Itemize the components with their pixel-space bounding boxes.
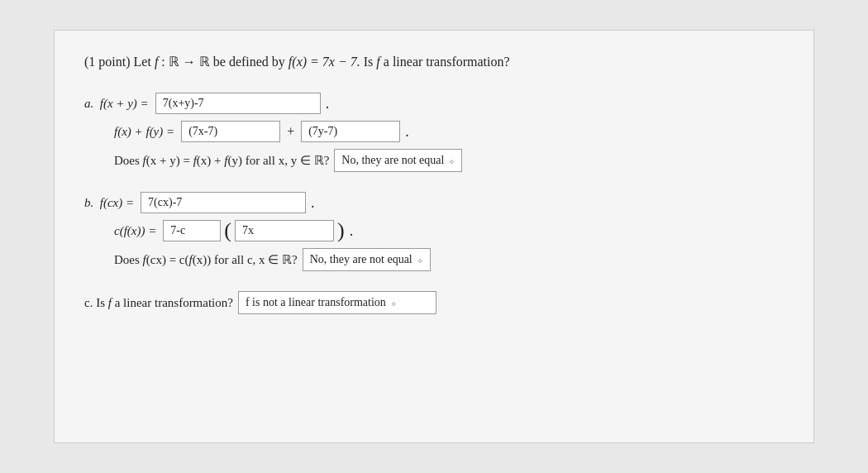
header-linear: a linear transformation? — [380, 55, 510, 69]
section-a-does-text: Does f(x + y) = f(x) + f(y) for all x, y… — [114, 153, 329, 168]
section-c-linear-select[interactable]: f is not a linear transformation ⬦ — [238, 291, 436, 314]
section-b-row3: Does f(cx) = c(f(x)) for all c, x ∈ ℝ? N… — [84, 248, 784, 271]
section-b-fcx-input[interactable]: 7(cx)-7 — [141, 192, 306, 213]
header-question: Is — [360, 55, 377, 69]
header-colon: : — [158, 55, 168, 69]
section-a-row2-label: f(x) + f(y) = — [114, 125, 174, 139]
section-a-equal-select-value: No, they are not equal — [341, 154, 444, 167]
section-a-row2: f(x) + f(y) = (7x-7) + (7y-7) . — [84, 121, 784, 142]
section-c: c. Is f a linear transformation? f is no… — [84, 291, 784, 314]
section-a-equal-select[interactable]: No, they are not equal ⬦ — [334, 149, 462, 172]
section-b-row2-label: c(f(x)) = — [114, 224, 156, 238]
header-formula: f(x) = 7x − 7. — [289, 55, 360, 69]
section-a-row3: Does f(x + y) = f(x) + f(y) for all x, y… — [84, 149, 784, 172]
section-a-label: a. f(x + y) = — [84, 97, 149, 111]
section-a-fx-plus-y-input[interactable]: 7(x+y)-7 — [155, 93, 321, 114]
section-b-row1: b. f(cx) = 7(cx)-7 . — [84, 192, 784, 213]
header-text-1: (1 point) Let — [84, 55, 155, 69]
section-b-equal-select-value: No, they are not equal — [310, 253, 413, 266]
section-a-row1: a. f(x + y) = 7(x+y)-7 . — [84, 93, 784, 114]
section-a-fy-input[interactable]: (7y-7) — [301, 121, 400, 142]
section-c-question-text: c. Is f a linear transformation? — [84, 296, 233, 310]
section-b: b. f(cx) = 7(cx)-7 . c(f(x)) = 7-c ( 7x … — [84, 192, 784, 271]
header-domain: ℝ → ℝ — [169, 55, 210, 69]
section-a-row2-dot: . — [405, 123, 409, 141]
section-a-row1-dot: . — [326, 95, 330, 112]
section-c-linear-select-value: f is not a linear transformation — [246, 296, 386, 309]
section-b-row2-dot: . — [350, 222, 354, 240]
section-a-plus: + — [287, 124, 294, 139]
section-a-chevron-icon: ⬦ — [449, 155, 455, 165]
section-a: a. f(x + y) = 7(x+y)-7 . f(x) + f(y) = (… — [84, 93, 784, 172]
main-card: (1 point) Let f : ℝ → ℝ be defined by f(… — [54, 30, 814, 443]
section-c-chevron-icon: ⬦ — [391, 298, 397, 308]
section-b-chevron-icon: ⬦ — [417, 255, 423, 265]
section-b-open-paren: ( — [224, 220, 231, 241]
header-defined: be defined by — [210, 55, 289, 69]
section-b-label: b. f(cx) = — [84, 196, 134, 210]
section-b-equal-select[interactable]: No, they are not equal ⬦ — [303, 248, 431, 271]
question-header: (1 point) Let f : ℝ → ℝ be defined by f(… — [84, 54, 784, 69]
section-b-close-paren: ) — [337, 220, 345, 241]
section-b-c-input[interactable]: 7-c — [163, 220, 221, 241]
section-b-7x-input[interactable]: 7x — [235, 220, 334, 241]
section-b-row2: c(f(x)) = 7-c ( 7x ) . — [84, 220, 784, 241]
section-c-row: c. Is f a linear transformation? f is no… — [84, 291, 784, 314]
section-b-row1-dot: . — [311, 194, 315, 212]
section-b-does-text: Does f(cx) = c(f(x)) for all c, x ∈ ℝ? — [114, 252, 298, 267]
section-a-fx-input[interactable]: (7x-7) — [181, 121, 280, 142]
